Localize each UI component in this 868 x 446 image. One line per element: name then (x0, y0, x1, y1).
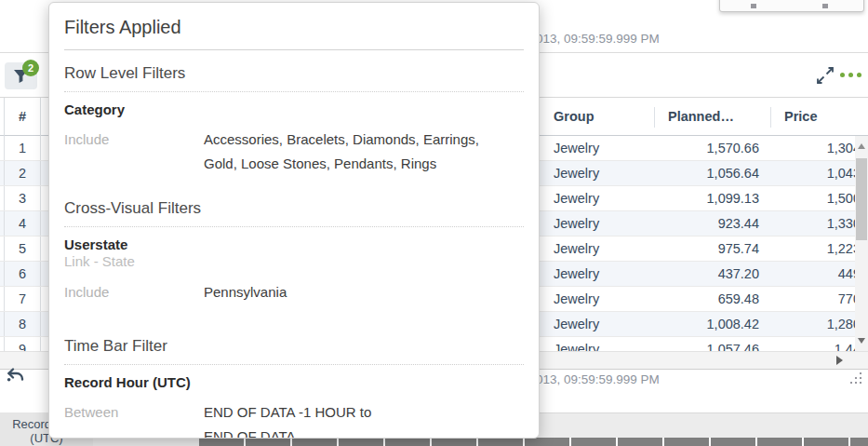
column-divider (770, 107, 771, 128)
ellipsis-icon (840, 73, 845, 77)
maximize-button[interactable] (815, 65, 835, 86)
row-index-cell: 1 (4, 136, 41, 160)
group-cell: Jewelry (541, 312, 652, 336)
column-header-group[interactable]: Group (554, 98, 594, 137)
planned-cell: 923.44 (642, 211, 759, 236)
resize-grip-icon[interactable] (850, 372, 863, 385)
section-heading-cross-visual: Cross-Visual Filters (64, 198, 524, 219)
undo-button[interactable] (5, 366, 27, 388)
divider (64, 91, 524, 92)
column-divider (654, 107, 655, 128)
ellipsis-icon (848, 73, 853, 77)
filter-field-subtitle: Link - State (64, 253, 524, 270)
expand-icon (815, 65, 835, 86)
row-index-cell: 8 (4, 312, 41, 336)
filter-field-name: Userstate (64, 236, 524, 253)
planned-cell: 1,570.66 (642, 136, 759, 160)
divider (64, 226, 524, 227)
group-cell: Jewelry (541, 287, 652, 311)
undo-icon (5, 366, 27, 388)
planned-cell: 659.48 (642, 287, 759, 311)
row-index-cell: 9 (4, 337, 41, 351)
price-cell: 770 (772, 287, 855, 311)
planned-cell: 975.74 (642, 237, 759, 261)
filters-applied-popover: Filters Applied Row Level Filters Catego… (48, 2, 540, 439)
vertical-scrollbar-thumb[interactable] (856, 158, 867, 240)
group-cell: Jewelry (541, 262, 652, 286)
filter-value: Pennsylvania (204, 280, 515, 304)
filter-count-badge: 2 (22, 60, 39, 76)
section-heading-row-level: Row Level Filters (64, 63, 524, 84)
planned-cell: 1,008.42 (642, 312, 759, 336)
filter-value: END OF DATA -1 HOUR to END OF DATA (204, 400, 515, 439)
price-cell: 1,330 (772, 211, 855, 236)
column-header-planned[interactable]: Planned… (668, 98, 734, 137)
row-index-cell: 3 (4, 186, 41, 210)
price-cell: 1,280 (772, 312, 855, 336)
group-cell: Jewelry (541, 211, 652, 236)
price-cell: 1,304 (772, 136, 855, 160)
timebar-histogram[interactable] (199, 438, 868, 446)
group-cell: Jewelry (541, 161, 652, 185)
row-index-cell: 2 (4, 161, 41, 185)
more-options-button[interactable] (839, 70, 865, 81)
row-index-cell: 7 (4, 287, 41, 311)
scroll-up-icon[interactable] (858, 143, 865, 149)
price-cell: 1,500 (772, 186, 855, 210)
section-heading-time-bar: Time Bar Filter (64, 336, 524, 357)
row-index-cell: 5 (4, 237, 41, 261)
popover-title: Filters Applied (64, 14, 524, 40)
column-header-index[interactable]: # (4, 98, 41, 137)
scroll-right-icon[interactable] (836, 356, 843, 365)
filter-field-name: Record Hour (UTC) (64, 373, 524, 391)
group-cell: Jewelry (541, 136, 652, 160)
ellipsis-icon (857, 73, 861, 77)
price-cell: 1,223 (772, 237, 855, 261)
vertical-scrollbar[interactable] (855, 136, 868, 351)
filter-operator: Between (64, 400, 204, 439)
divider (64, 364, 524, 365)
toolbar-fragment (719, 0, 864, 12)
toolbar-icon-stub (822, 4, 828, 8)
filter-value: Accessories, Bracelets, Diamonds, Earrin… (204, 128, 515, 176)
toolbar-icon-stub (751, 4, 756, 8)
planned-cell: 1,056.64 (642, 161, 759, 185)
row-index-cell: 6 (4, 262, 41, 286)
planned-cell: 1,057.46 (642, 337, 759, 351)
group-cell: Jewelry (541, 186, 652, 210)
planned-cell: 437.20 (642, 262, 759, 286)
price-cell: 1,043 (772, 161, 855, 185)
group-cell: Jewelry (541, 237, 652, 261)
time-range-end-label: 013, 09:59:59.999 PM (536, 32, 660, 46)
time-range-end-label: 013, 09:59:59.999 PM (536, 372, 660, 386)
price-cell: 1,44 (772, 337, 855, 351)
planned-cell: 1,099.13 (642, 186, 759, 210)
filter-operator: Include (64, 128, 204, 176)
filter-field-name: Category (64, 101, 524, 118)
filter-operator: Include (64, 280, 204, 304)
divider (64, 49, 524, 50)
group-cell: Jewelry (541, 337, 652, 351)
price-cell: 449 (772, 262, 855, 286)
app-window: 013, 09:59:59.999 PM 2 # Group Planned… … (0, 0, 868, 446)
row-index-cell: 4 (4, 211, 41, 236)
column-header-price[interactable]: Price (784, 98, 817, 137)
scroll-down-icon[interactable] (858, 338, 865, 344)
